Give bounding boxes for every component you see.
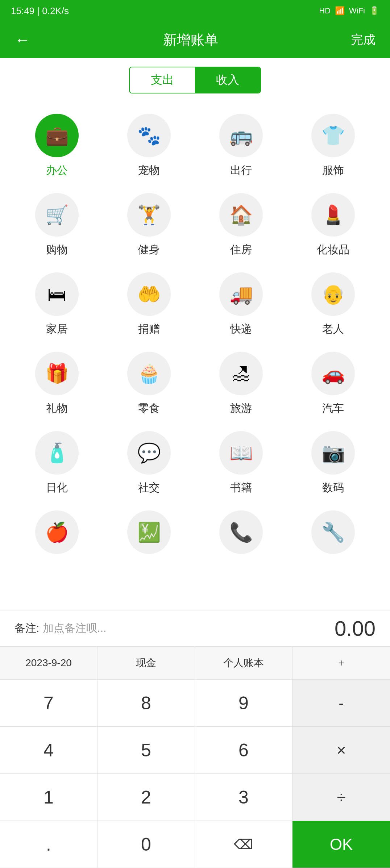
category-item-tourism[interactable]: 🏖旅游 xyxy=(201,346,281,422)
category-item-express[interactable]: 🚚快递 xyxy=(201,267,281,342)
category-row: 💼办公🐾宠物🚌出行👕服饰 xyxy=(11,108,379,184)
category-icon-cosmetics: 💄 xyxy=(311,193,355,237)
amount-display: 0.00 xyxy=(335,616,376,640)
category-row: 🛏家居🤲捐赠🚚快递👴老人 xyxy=(11,267,379,342)
category-icon-finance: 💹 xyxy=(127,510,171,554)
category-icon-clothing: 👕 xyxy=(311,114,355,157)
category-label-digital: 数码 xyxy=(322,480,344,495)
back-button[interactable]: ← xyxy=(14,31,30,49)
header: ← 新增账单 完成 xyxy=(0,22,390,58)
category-icon-donate: 🤲 xyxy=(127,272,171,316)
category-label-office: 办公 xyxy=(46,163,68,178)
calc-key-backspace[interactable]: ⌫ xyxy=(195,821,292,868)
category-item-snacks[interactable]: 🧁零食 xyxy=(109,346,189,422)
category-label-donate: 捐赠 xyxy=(138,322,160,337)
category-item-office[interactable]: 💼办公 xyxy=(17,108,97,184)
calc-keys: 789-456×123÷.0⌫OK xyxy=(0,679,390,868)
category-item-travel[interactable]: 🚌出行 xyxy=(201,108,281,184)
tab-expense[interactable]: 支出 xyxy=(130,67,195,93)
category-label-pets: 宠物 xyxy=(138,163,160,178)
category-item-tools[interactable]: 🔧 xyxy=(293,505,373,566)
category-item-fitness[interactable]: 🏋️健身 xyxy=(109,187,189,263)
status-bar: 15:49 | 0.2K/s HD 📶 WiFi 🔋 xyxy=(0,0,390,22)
category-item-call[interactable]: 📞 xyxy=(201,505,281,566)
category-item-clothing[interactable]: 👕服饰 xyxy=(293,108,373,184)
remark-label: 备注: xyxy=(14,621,39,636)
category-label-car: 汽车 xyxy=(322,401,344,416)
calc-key-3[interactable]: 3 xyxy=(195,774,292,821)
category-item-donate[interactable]: 🤲捐赠 xyxy=(109,267,189,342)
category-label-home: 家居 xyxy=(46,322,68,337)
category-icon-express: 🚚 xyxy=(219,272,263,316)
category-label-clothing: 服饰 xyxy=(322,163,344,178)
category-row: 🎁礼物🧁零食🏖旅游🚗汽车 xyxy=(11,346,379,422)
calc-key-8[interactable]: 8 xyxy=(98,680,195,727)
calc-key-1[interactable]: 1 xyxy=(0,774,98,821)
category-icon-social: 💬 xyxy=(127,431,171,475)
category-icon-food: 🍎 xyxy=(35,510,79,554)
category-label-gift: 礼物 xyxy=(46,401,68,416)
category-icon-travel: 🚌 xyxy=(219,114,263,157)
category-item-social[interactable]: 💬社交 xyxy=(109,425,189,501)
category-icon-housing: 🏠 xyxy=(219,193,263,237)
calc-add[interactable]: + xyxy=(292,647,390,679)
calc-key-0[interactable]: 0 xyxy=(98,821,195,868)
calc-key-.[interactable]: . xyxy=(0,821,98,868)
calculator: 789-456×123÷.0⌫OK xyxy=(0,679,390,868)
calc-account[interactable]: 个人账本 xyxy=(195,647,292,679)
category-row: 🧴日化💬社交📖书籍📷数码 xyxy=(11,425,379,501)
category-label-tourism: 旅游 xyxy=(230,401,252,416)
category-item-shopping[interactable]: 🛒购物 xyxy=(17,187,97,263)
hd-label: HD xyxy=(319,6,331,16)
calc-key-5[interactable]: 5 xyxy=(98,727,195,774)
remark-placeholder[interactable]: 加点备注呗... xyxy=(43,621,106,636)
done-button[interactable]: 完成 xyxy=(351,32,376,48)
category-item-pets[interactable]: 🐾宠物 xyxy=(109,108,189,184)
category-item-gift[interactable]: 🎁礼物 xyxy=(17,346,97,422)
category-label-books: 书籍 xyxy=(230,480,252,495)
category-item-books[interactable]: 📖书籍 xyxy=(201,425,281,501)
category-icon-tools: 🔧 xyxy=(311,510,355,554)
page-title: 新增账单 xyxy=(163,31,218,49)
category-label-shopping: 购物 xyxy=(46,242,68,257)
calc-key-divide[interactable]: ÷ xyxy=(292,774,390,821)
calc-key-multiply[interactable]: × xyxy=(292,727,390,774)
category-item-cosmetics[interactable]: 💄化妆品 xyxy=(293,187,373,263)
category-icon-books: 📖 xyxy=(219,431,263,475)
category-item-digital[interactable]: 📷数码 xyxy=(293,425,373,501)
category-icon-fitness: 🏋️ xyxy=(127,193,171,237)
calc-key-4[interactable]: 4 xyxy=(0,727,98,774)
tab-group: 支出 收入 xyxy=(129,67,261,93)
category-label-elderly: 老人 xyxy=(322,322,344,337)
status-time: 15:49 | 0.2K/s xyxy=(11,5,69,17)
category-item-daily[interactable]: 🧴日化 xyxy=(17,425,97,501)
category-item-elderly[interactable]: 👴老人 xyxy=(293,267,373,342)
calc-key-6[interactable]: 6 xyxy=(195,727,292,774)
battery-icon: 🔋 xyxy=(369,6,379,16)
category-label-daily: 日化 xyxy=(46,480,68,495)
category-item-finance[interactable]: 💹 xyxy=(109,505,189,566)
category-icon-office: 💼 xyxy=(35,114,79,157)
calc-payment[interactable]: 现金 xyxy=(98,647,195,679)
wifi-icon: WiFi xyxy=(349,6,365,16)
tab-income[interactable]: 收入 xyxy=(195,67,260,93)
category-item-car[interactable]: 🚗汽车 xyxy=(293,346,373,422)
calc-date[interactable]: 2023-9-20 xyxy=(0,647,98,679)
category-label-travel: 出行 xyxy=(230,163,252,178)
calc-key-7[interactable]: 7 xyxy=(0,680,98,727)
category-row: 🍎💹📞🔧 xyxy=(11,505,379,566)
calc-key--[interactable]: - xyxy=(292,680,390,727)
category-item-home[interactable]: 🛏家居 xyxy=(17,267,97,342)
category-item-food[interactable]: 🍎 xyxy=(17,505,97,566)
category-label-snacks: 零食 xyxy=(138,401,160,416)
category-label-social: 社交 xyxy=(138,480,160,495)
category-icon-digital: 📷 xyxy=(311,431,355,475)
calc-key-OK[interactable]: OK xyxy=(292,821,390,868)
remark-left: 备注: 加点备注呗... xyxy=(14,621,106,636)
calc-key-2[interactable]: 2 xyxy=(98,774,195,821)
signal-icon: 📶 xyxy=(335,6,345,16)
category-label-housing: 住房 xyxy=(230,242,252,257)
category-item-housing[interactable]: 🏠住房 xyxy=(201,187,281,263)
calc-key-9[interactable]: 9 xyxy=(195,680,292,727)
category-icon-home: 🛏 xyxy=(35,272,79,316)
